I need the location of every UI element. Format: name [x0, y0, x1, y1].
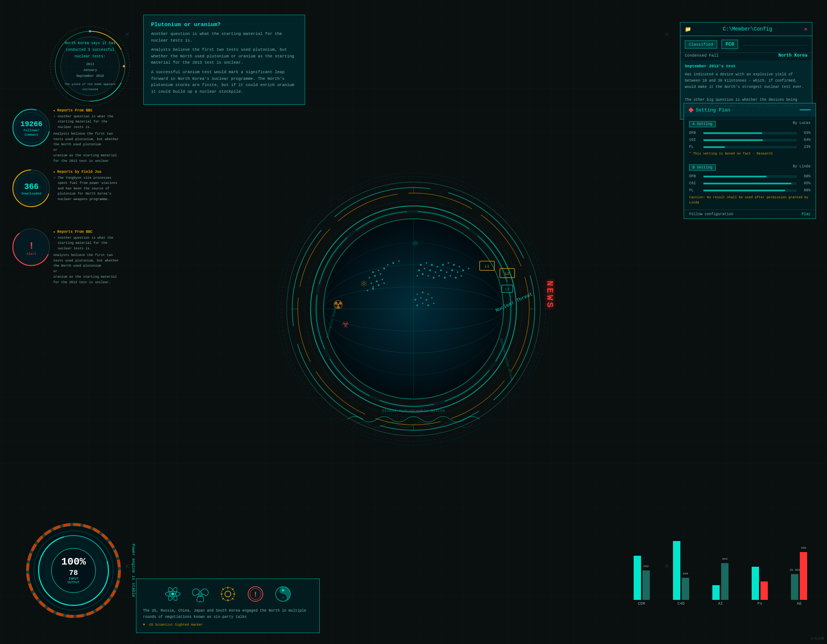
download-info-p1: The Yongbyon site processes spent fuel f… — [58, 175, 123, 202]
bar-row-cgi: CGI 64% — [689, 138, 810, 142]
setting-footer-link[interactable]: Play — [802, 212, 810, 216]
ps-bar-1 — [752, 567, 759, 600]
svg-point-92 — [433, 303, 434, 304]
ae-bar-2: 968 — [800, 552, 807, 600]
bar-label-dfb: DFB — [689, 131, 700, 135]
section-b-label: B Setting — [689, 164, 716, 170]
alert-info-block: Reports From BBC ▪ Another question is w… — [53, 230, 123, 285]
power-percent: 100% — [61, 557, 86, 567]
follower-circle-container: 19266 Follower Comment — [10, 107, 53, 151]
svg-point-55 — [420, 264, 422, 266]
svg-point-59 — [442, 264, 444, 266]
bar-pct-cgi: 64% — [799, 138, 810, 142]
svg-point-43 — [380, 273, 381, 275]
chart-label-cdr: CDR — [638, 601, 645, 606]
follower-stats: 19266 Follower Comment — [20, 120, 42, 137]
svg-point-82 — [417, 294, 418, 295]
diamond-icon — [688, 107, 694, 113]
bar-row-fl: FL 23% — [689, 145, 810, 149]
section-a-author: By Lucas — [793, 121, 810, 127]
section-a-title: A Setting By Lucas — [689, 121, 810, 127]
svg-point-65 — [429, 270, 431, 272]
svg-point-56 — [426, 262, 427, 264]
svg-point-131 — [282, 597, 284, 599]
file-config-title: C:\Member\Config — [722, 26, 772, 32]
svg-point-86 — [420, 297, 421, 299]
svg-point-70 — [457, 272, 458, 273]
svg-point-61 — [453, 264, 455, 266]
svg-point-74 — [422, 273, 424, 275]
section-b-caution: Caution: No result shall be used after p… — [689, 195, 810, 205]
setting-plan-title: Setting Plan — [696, 107, 797, 113]
svg-point-90 — [422, 303, 423, 304]
chart-col-c4d: 988 C4D — [664, 526, 697, 606]
download-info-title: Reports by Field Jou — [53, 170, 123, 174]
ae-bar-1: IN 000 — [791, 574, 798, 600]
nk-dates: 2013JanuarySeptember 2016 — [64, 61, 116, 80]
chart-label-ai: AI — [718, 601, 722, 606]
svg-point-75 — [428, 275, 429, 277]
bar-fill-fl — [704, 190, 785, 191]
bar-label-cgi: CGI — [689, 181, 700, 185]
svg-point-91 — [428, 305, 429, 306]
close-button[interactable]: ✕ — [804, 25, 808, 33]
bar-track-dfb — [703, 132, 796, 134]
doc-icon-2: ▪ — [53, 176, 56, 180]
svg-point-88 — [431, 297, 432, 299]
svg-point-53 — [393, 262, 395, 264]
follower-info-p2: Analysts believe the first two tests use… — [53, 131, 123, 147]
nk-info-circle: North Korea says it has conducted 3 succ… — [48, 24, 132, 108]
download-number: 366 — [21, 183, 41, 191]
ai-bar-2: 968 — [721, 563, 729, 600]
bar-fill-cgi — [704, 139, 763, 141]
svg-point-57 — [431, 264, 433, 266]
bar-track-cgi — [703, 139, 796, 141]
section-a-body: A Setting By Lucas DFB 63% CGI 64% FL — [684, 117, 816, 160]
globe-container: L1 L2 L3 ☢ ⚛ ☣ ⚛ Nuclear Threat Global H… — [274, 169, 553, 449]
svg-point-77 — [438, 275, 440, 277]
follower-info-block: Reports From BBC ▪ Another question is w… — [53, 108, 123, 164]
alert-info-p2: Analysts believe the first two tests use… — [53, 253, 123, 269]
chart-col-ae: IN 000 968 AE — [783, 526, 816, 606]
setting-footer: Follow configuration Play — [684, 209, 816, 219]
chart-label-c4d: C4D — [677, 601, 685, 606]
bottom-footer-text: US Scientist Sighted Hacker — [149, 623, 203, 627]
section-b-author: By Linda — [793, 164, 810, 170]
svg-point-87 — [426, 299, 428, 301]
bottom-icons-row: ! — [143, 585, 313, 603]
atom-icon — [164, 585, 182, 603]
svg-point-45 — [376, 281, 378, 283]
svg-point-51 — [372, 288, 374, 290]
doc-icon-1: ▪ — [53, 114, 56, 119]
alert-info-p3: uranium as the starting material for the… — [53, 274, 123, 285]
download-info-block: Reports by Field Jou ▪ The Yongbyon site… — [53, 170, 123, 202]
svg-point-84 — [428, 294, 429, 295]
top-info-box: Plutonium or uranium? Another question i… — [144, 15, 305, 105]
top-info-body1: Analysts believe the first two tests use… — [151, 47, 297, 66]
bar-charts-container: 968 CDR 988 C4D — [625, 526, 816, 633]
svg-point-80 — [455, 277, 457, 279]
svg-point-79 — [449, 275, 451, 277]
chart-label-ae: AE — [797, 601, 802, 606]
chart-col-ps: Ps — [743, 526, 777, 606]
svg-point-62 — [459, 266, 460, 267]
alert-label: Alert — [27, 252, 36, 256]
bar-track-dfb — [703, 175, 796, 178]
svg-point-76 — [433, 277, 435, 279]
svg-point-69 — [451, 270, 453, 272]
classified-badge: Classified — [685, 41, 717, 48]
download-circle-container: 366 Downloaded — [10, 167, 53, 211]
ai-bar-1 — [712, 585, 720, 600]
bottom-info-text: The US, Russia, China, Japan and South K… — [143, 608, 313, 620]
svg-point-130 — [282, 589, 284, 591]
bar-track-fl — [703, 189, 796, 192]
bar-fill-fl — [704, 146, 725, 148]
bar-row-dfb: DFB 63% — [689, 131, 810, 135]
svg-point-116 — [225, 591, 231, 597]
svg-point-66 — [435, 272, 436, 273]
region-label: North Korea — [779, 53, 808, 58]
svg-point-3 — [89, 30, 91, 32]
cross-deco-2: ✕ — [665, 30, 669, 39]
svg-text:☣: ☣ — [342, 317, 349, 331]
follower-label: Follower — [20, 129, 42, 133]
